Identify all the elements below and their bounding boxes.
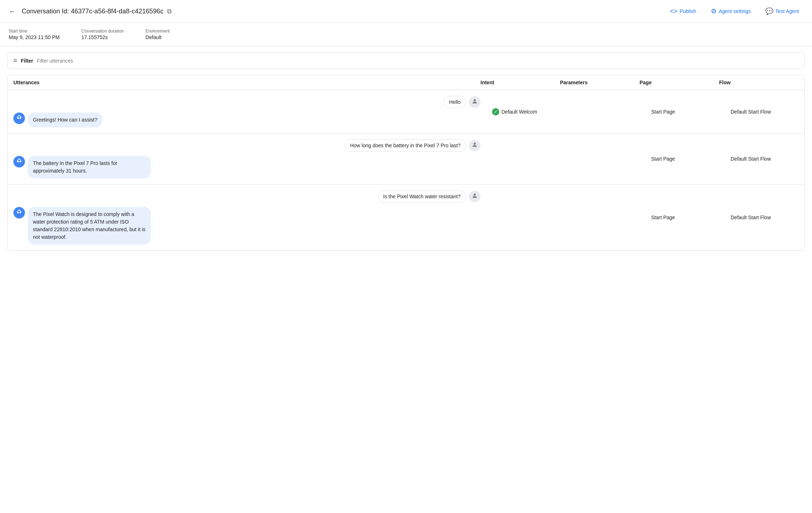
agent-message-row-0: Greetings! How can I assist? (13, 113, 480, 127)
meta-bar: Start time May 9, 2023 11:50 PM Conversa… (0, 23, 812, 46)
test-agent-button[interactable]: 💬 Test Agent (760, 4, 805, 18)
agent-settings-button[interactable]: ⚙ Agent settings (705, 4, 757, 18)
agent-bubble-1: The battery in the Pixel 7 Pro lasts for… (28, 156, 151, 178)
svg-point-0 (474, 99, 476, 101)
environment-value: Default (145, 34, 170, 40)
agent-message-row-1: The battery in the Pixel 7 Pro lasts for… (13, 156, 480, 178)
page-cell-0: Start Page (645, 103, 725, 120)
user-icon-1 (471, 141, 478, 150)
flow-cell-0: Default Start Flow (725, 103, 804, 120)
filter-input[interactable] (37, 58, 799, 64)
page-cell-2: Start Page (645, 209, 725, 226)
publish-button[interactable]: <> Publish (664, 5, 702, 18)
back-button[interactable]: ← (7, 6, 17, 17)
intent-text-0: Default Welcom (501, 109, 537, 115)
back-icon: ← (9, 7, 16, 16)
start-time-item: Start time May 9, 2023 11:50 PM (9, 29, 60, 40)
intent-check-icon-0: ✓ (492, 108, 499, 115)
svg-point-14 (19, 209, 20, 210)
flow-cell-1: Default Start Flow (725, 150, 804, 168)
col-parameters: Parameters (560, 80, 640, 85)
svg-point-9 (19, 158, 20, 159)
environment-label: Environment (145, 29, 170, 34)
user-message-row-0: Hello (13, 96, 480, 108)
table-row: Hello (8, 90, 804, 133)
filter-label: Filter (21, 58, 33, 64)
agent-bubble-2: The Pixel Watch is designed to comply wi… (28, 207, 151, 245)
intent-cell-1 (486, 153, 566, 165)
test-icon: 💬 (765, 7, 773, 15)
svg-point-4 (19, 115, 20, 115)
user-avatar-0 (469, 96, 480, 108)
title-text: Conversation Id: 46377c-a56-8f4-da8-c421… (22, 8, 163, 15)
header-actions: <> Publish ⚙ Agent settings 💬 Test Agent (664, 4, 805, 18)
filter-bar: ≡ Filter (7, 52, 805, 69)
duration-label: Conversation duration (81, 29, 124, 34)
utterances-cell-2: Is the Pixel Watch water resistant? (8, 185, 486, 250)
header: ← Conversation Id: 46377c-a56-8f4-da8-c4… (0, 0, 812, 23)
parameters-cell-1 (566, 153, 645, 165)
user-bubble-2: Is the Pixel Watch water resistant? (378, 190, 466, 203)
start-time-value: May 9, 2023 11:50 PM (9, 34, 60, 40)
user-avatar-2 (469, 191, 480, 202)
intent-cell-2 (486, 212, 566, 223)
duration-value: 17.155752s (81, 34, 124, 40)
user-icon-2 (471, 192, 478, 201)
agent-bubble-0: Greetings! How can I assist? (28, 113, 102, 127)
agent-avatar-1 (13, 156, 25, 168)
utterances-cell-1: How long does the battery in the Pixel 7… (8, 133, 486, 184)
parameters-cell-2 (566, 212, 645, 223)
filter-icon: ≡ (13, 57, 17, 64)
flow-cell-2: Default Start Flow (725, 209, 804, 226)
agent-icon-2 (16, 209, 22, 217)
col-utterances: Utterances (13, 80, 480, 85)
publish-icon: <> (670, 8, 678, 15)
publish-label: Publish (680, 8, 696, 14)
svg-point-5 (474, 143, 476, 145)
environment-item: Environment Default (145, 29, 170, 40)
agent-settings-label: Agent settings (719, 8, 751, 14)
col-intent: Intent (480, 80, 560, 85)
table-header: Utterances Intent Parameters Page Flow (8, 75, 804, 90)
agent-icon-0 (16, 114, 22, 122)
agent-avatar-0 (13, 113, 25, 124)
utterances-cell-0: Hello (8, 90, 486, 133)
svg-point-10 (474, 194, 476, 196)
table-row: How long does the battery in the Pixel 7… (8, 133, 804, 185)
conversation-table: Utterances Intent Parameters Page Flow H… (7, 75, 805, 251)
agent-avatar-2 (13, 207, 25, 219)
conversation-title: Conversation Id: 46377c-a56-8f4-da8-c421… (22, 8, 660, 15)
copy-icon[interactable]: ⧉ (167, 8, 172, 15)
user-avatar-1 (469, 140, 480, 151)
col-page: Page (640, 80, 719, 85)
agent-icon-1 (16, 158, 22, 166)
test-agent-label: Test Agent (775, 8, 799, 14)
duration-item: Conversation duration 17.155752s (81, 29, 124, 40)
settings-icon: ⚙ (711, 7, 717, 15)
agent-message-row-2: The Pixel Watch is designed to comply wi… (13, 207, 480, 245)
page-cell-1: Start Page (645, 150, 725, 168)
table-row: Is the Pixel Watch water resistant? (8, 185, 804, 250)
col-flow: Flow (719, 80, 799, 85)
user-bubble-1: How long does the battery in the Pixel 7… (345, 139, 466, 152)
user-message-row-1: How long does the battery in the Pixel 7… (13, 139, 480, 152)
parameters-cell-0 (566, 106, 645, 118)
user-message-row-2: Is the Pixel Watch water resistant? (13, 190, 480, 203)
user-icon-0 (471, 98, 478, 106)
intent-cell-0: ✓ Default Welcom (486, 102, 566, 121)
start-time-label: Start time (9, 29, 60, 34)
user-bubble-0: Hello (444, 96, 466, 108)
